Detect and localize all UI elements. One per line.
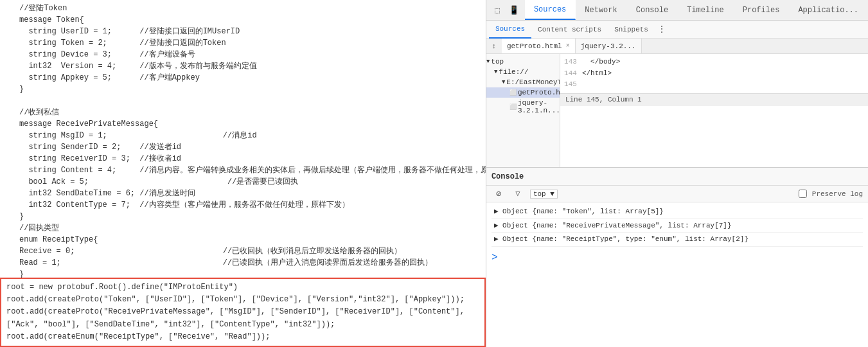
code-content: } [19, 211, 24, 222]
code-content: //登陆Token [19, 3, 67, 14]
console-filter-icon[interactable]: ▽ [511, 187, 525, 201]
console-top-label[interactable]: top ▼ [530, 190, 558, 199]
console-output[interactable]: ▶ Object {name: "Token", list: Array[5]}… [486, 202, 868, 347]
code-content: } [19, 269, 24, 278]
console-entry-text: ▶ Object {name: "ReceiptType", type: "en… [494, 233, 748, 245]
console-entry-entry1[interactable]: ▶ Object {name: "Token", list: Array[5]} [492, 205, 863, 219]
code-editor-panel: //登陆Tokenmessage Token{ string UserID = … [0, 0, 486, 347]
tree-item-label: getProto.html [518, 89, 560, 96]
tree-item-jquery_js[interactable]: ⬜ jquery-3.2.1.n... [486, 98, 560, 116]
code-content: message ReceivePrivateMessage{ [19, 118, 158, 130]
code-content: string MsgID = 1; //消息id [19, 130, 257, 141]
devtools-device-icon[interactable]: 📱 [507, 3, 521, 17]
file-tab-jquery[interactable]: jquery-3.2... [576, 39, 642, 54]
tree-item-label: E:/EastMoneyTasks/Client/Web... [506, 78, 560, 86]
console-filter-bar: ⊘▽top ▼Preserve log [486, 186, 868, 202]
highlighted-line: root.add(createProto("ReceivePrivateMess… [6, 306, 479, 318]
code-line: int32 Version = 4; //版本号，发布前与服务端约定值 [0, 60, 486, 72]
code-line: string SenderID = 2; //发送者id [0, 141, 486, 153]
devtools-tab-console[interactable]: Console [627, 0, 678, 20]
devtools-tab-timeline[interactable]: Timeline [678, 0, 734, 20]
editor-line-content: </body> [582, 57, 620, 68]
code-line: //回执类型 [0, 222, 486, 234]
sources-subtab-more[interactable]: ⋮ [657, 24, 666, 35]
code-line: int32 SendDateTime = 6; //消息发送时间 [0, 188, 486, 199]
line-number [0, 14, 19, 26]
code-line: string Device = 3; //客户端设备号 [0, 49, 486, 60]
console-prompt[interactable]: > [492, 249, 863, 267]
tree-item-top[interactable]: ▼ top [486, 57, 560, 67]
console-entry-text: ▶ Object {name: "Token", list: Array[5]} [494, 206, 664, 218]
code-line: } [0, 211, 486, 222]
file-tree[interactable]: ▼ top▼ file://▼ E:/EastMoneyTasks/Client… [486, 54, 560, 167]
sources-subtab-sources-sub[interactable]: Sources [489, 21, 531, 39]
code-content: //回执类型 [19, 222, 59, 234]
line-number [0, 107, 19, 118]
code-line: string ReceiverID = 3; //接收者id [0, 153, 486, 165]
tree-item-file[interactable]: ▼ file:// [486, 67, 560, 77]
editor-line: 143 </body> [560, 57, 868, 68]
code-area[interactable]: //登陆Tokenmessage Token{ string UserID = … [0, 0, 486, 278]
tree-item-icon: ▼ [502, 79, 505, 85]
code-content: enum ReceiptType{ [19, 234, 98, 245]
tree-item-icon: ▼ [486, 58, 490, 65]
tree-item-label: top [491, 58, 504, 66]
code-content: } [19, 84, 24, 95]
code-content: Read = 1; //已读回执（用户进入消息阅读界面后发送给服务器的回执） [19, 257, 432, 269]
console-clear-icon[interactable]: ⊘ [492, 187, 506, 201]
devtools-tab-network[interactable]: Network [576, 0, 626, 20]
console-header: Console [486, 168, 868, 186]
editor-line-num: 144 [563, 68, 582, 80]
file-tab-label: getProto.html [507, 42, 562, 50]
devtools-tab-sources[interactable]: Sources [525, 0, 576, 20]
sources-back-icon[interactable]: ↕ [492, 42, 497, 50]
file-tab-close[interactable]: × [566, 42, 570, 49]
highlighted-line: root.add(createEnum("ReceiptType", ["Rec… [6, 331, 479, 343]
code-content: message Token{ [19, 14, 84, 26]
line-number [0, 211, 19, 222]
code-line: } [0, 269, 486, 278]
file-editor-content: 143 </body>144</html>145 [560, 54, 868, 93]
editor-line: 144</html> [560, 68, 868, 80]
preserve-log-checkbox[interactable] [799, 190, 807, 198]
code-content: string SenderID = 2; //发送者id [19, 141, 181, 153]
code-content: bool Ack = 5; //是否需要已读回执 [19, 176, 298, 188]
tree-item-label: file:// [499, 68, 528, 76]
sources-subtab-content-scripts[interactable]: Content scripts [531, 21, 608, 39]
code-line [0, 95, 486, 107]
editor-line-num: 145 [563, 79, 582, 91]
tree-item-icon: ▼ [494, 69, 497, 75]
code-content: string UserID = 1; //登陆接口返回的IMUserID [19, 26, 240, 37]
code-content: string Content = 4; //消息内容。客户端转换成业务相关的实体… [19, 165, 486, 176]
tree-item-getProto_html[interactable]: ⬜ getProto.html [486, 87, 560, 98]
highlighted-line: root = new protobuf.Root().define("IMPro… [6, 281, 479, 294]
line-number [0, 130, 19, 141]
code-content: Receive = 0; //已收回执（收到消息后立即发送给服务器的回执） [19, 245, 402, 257]
editor-line-content: </html> [582, 68, 612, 80]
tree-item-eastmoney[interactable]: ▼ E:/EastMoneyTasks/Client/Web... [486, 77, 560, 87]
line-number [0, 245, 19, 257]
devtools-tab-profiles[interactable]: Profiles [734, 0, 790, 20]
code-line: Read = 1; //已读回执（用户进入消息阅读界面后发送给服务器的回执） [0, 257, 486, 269]
tree-item-icon: ⬜ [509, 89, 517, 96]
file-editor[interactable]: 143 </body>144</html>145 Line 145, Colum… [560, 54, 868, 167]
code-line: //收到私信 [0, 107, 486, 118]
console-entry-entry3[interactable]: ▶ Object {name: "ReceiptType", type: "en… [492, 233, 863, 247]
console-entry-entry2[interactable]: ▶ Object {name: "ReceivePrivateMessage",… [492, 219, 863, 233]
line-number [0, 234, 19, 245]
line-number [0, 37, 19, 49]
code-content: string ReceiverID = 3; //接收者id [19, 153, 181, 165]
code-content: int32 SendDateTime = 6; //消息发送时间 [19, 188, 195, 199]
line-number [0, 222, 19, 234]
devtools-tab-application[interactable]: Applicatio... [789, 0, 868, 20]
line-number [0, 49, 19, 60]
line-number [0, 72, 19, 84]
console-panel: Console ⊘▽top ▼Preserve log ▶ Object {na… [486, 167, 868, 347]
file-tab-label: jquery-3.2... [581, 42, 636, 50]
devtools-inspect-icon[interactable]: ⬚ [490, 3, 504, 17]
console-entry-text: ▶ Object {name: "ReceivePrivateMessage",… [494, 220, 732, 232]
sources-subtab-snippets[interactable]: Snippets [608, 21, 655, 39]
code-line: } [0, 84, 486, 95]
line-number [0, 199, 19, 211]
file-tab-getProto[interactable]: getProto.html× [502, 39, 576, 54]
